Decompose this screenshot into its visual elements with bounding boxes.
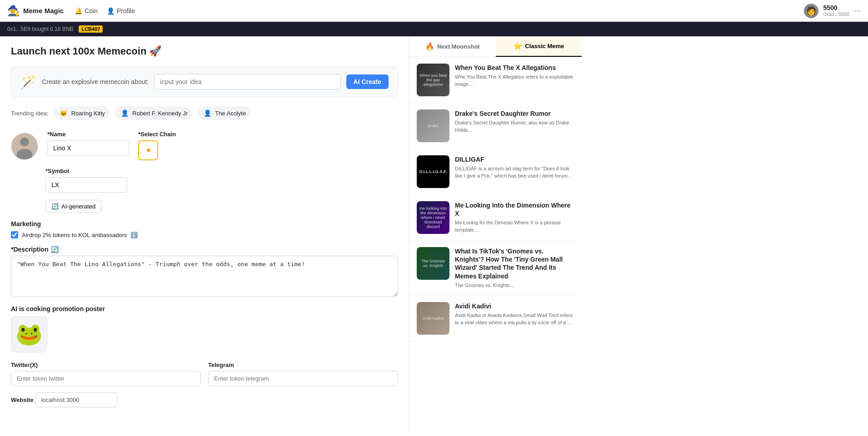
trending-item-acolyte[interactable]: 👤 The Acolyte	[198, 106, 250, 120]
ticker-bar: 0x1...5E9 bought 0.18 BNB LCB407	[0, 22, 868, 36]
moonshot-tab-label: Next Moonshot	[437, 43, 480, 50]
poster-preview: 🐸	[11, 316, 47, 352]
meme-info-gnomes: What Is TikTok's 'Gnomes vs. Knights'? H…	[455, 247, 574, 289]
ai-gen-icon: 🔄	[51, 203, 59, 210]
ticker-badge: LCB407	[79, 25, 103, 33]
main-layout: Launch next 100x Memecoin 🚀 🪄 Create an …	[0, 36, 868, 434]
twitter-input[interactable]	[11, 371, 201, 386]
trending-name-roaring-kitty: Roaring Kitty	[71, 110, 105, 117]
meme-item-drake[interactable]: Drake Drake's Secret Daughter Rumor Drak…	[409, 103, 582, 149]
create-card-icon: 🪄	[20, 74, 36, 89]
desc-label-text: *Description	[11, 246, 48, 253]
website-input[interactable]	[35, 392, 117, 407]
more-button[interactable]: ···	[854, 6, 861, 15]
ai-generated-button[interactable]: 🔄 AI-generated	[45, 200, 101, 213]
navbar: 🧙 Meme Magic 🔔 Coin 👤 Profile 🧑 5500 0xa…	[0, 0, 868, 22]
desc-label-row: *Description 🔄	[11, 246, 398, 253]
svg-point-1	[20, 138, 29, 146]
page-title: Launch next 100x Memecoin 🚀	[11, 45, 398, 57]
chain-button[interactable]: 🔸	[138, 140, 158, 160]
symbol-group: *Symbol	[45, 168, 127, 193]
name-label: *Name	[47, 131, 129, 138]
twitter-label: Twitter(X)	[11, 362, 201, 368]
user-info: 5500 0xad...5500	[823, 4, 849, 18]
meme-title-gnomes: What Is TikTok's 'Gnomes vs. Knights'? H…	[455, 247, 574, 280]
telegram-input[interactable]	[208, 371, 398, 386]
navbar-nav: 🔔 Coin 👤 Profile	[75, 7, 135, 15]
trending-avatar-acolyte: 👤	[202, 108, 212, 118]
airdrop-label: Airdrop 2% tokens to KOL ambassadors	[22, 232, 127, 238]
coin-image-preview[interactable]	[11, 133, 38, 160]
trending-name-rfk: Robert F. Kennedy Jr	[132, 110, 188, 117]
navbar-right: 🧑 5500 0xad...5500 ···	[804, 4, 861, 18]
name-input[interactable]	[47, 140, 129, 156]
profile-icon: 👤	[107, 7, 115, 15]
form-top-row: *Name *Select Chain 🔸	[11, 131, 398, 160]
info-icon[interactable]: ℹ️	[130, 232, 138, 238]
telegram-group: Telegram	[208, 362, 398, 386]
trending-label: Trending idea:	[11, 110, 49, 117]
profile-nav-item[interactable]: 👤 Profile	[107, 7, 135, 15]
meme-item-dimension[interactable]: me looking into the dimension where i ne…	[409, 195, 582, 241]
right-panel: 🔥 Next Moonshot ⭐ Classic Meme When you …	[409, 36, 582, 434]
twitter-group: Twitter(X)	[11, 362, 201, 386]
symbol-input[interactable]	[45, 177, 127, 193]
user-address: 0xad...5500	[823, 11, 849, 17]
meme-title-allegations: When You Beat The X Allegations	[455, 64, 574, 72]
meme-info-drake: Drake's Secret Daughter Rumor Drake's Se…	[455, 109, 574, 142]
meme-desc-dimension: Me Lookig Ito the Dimesio Where X is a p…	[455, 219, 574, 233]
meme-thumb-gnomes: The Gnomes vs. Knights	[417, 247, 449, 280]
logo-icon: 🧙	[7, 5, 20, 17]
desc-textarea[interactable]: "When You Beat The Lino Allegations" - T…	[11, 256, 398, 297]
tab-next-moonshot[interactable]: 🔥 Next Moonshot	[409, 36, 496, 57]
moonshot-tab-icon: 🔥	[425, 42, 434, 51]
meme-item-dilligaf[interactable]: D.I.L.L.I.G.A.F. DILLIGAF DILLIGAF is a …	[409, 149, 582, 195]
name-group: *Name	[47, 131, 129, 160]
meme-item-gnomes[interactable]: The Gnomes vs. Knights What Is TikTok's …	[409, 241, 582, 296]
meme-item-allegations[interactable]: When you beat the gay allegations When Y…	[409, 57, 582, 103]
classic-tab-icon: ⭐	[513, 42, 522, 50]
airdrop-checkbox-row: Airdrop 2% tokens to KOL ambassadors ℹ️	[11, 231, 398, 238]
profile-label: Profile	[117, 7, 135, 15]
ai-gen-label: AI-generated	[61, 203, 95, 210]
meme-title-drake: Drake's Secret Daughter Rumor	[455, 109, 574, 118]
avatar[interactable]: 🧑	[804, 4, 818, 18]
telegram-label: Telegram	[208, 362, 398, 368]
create-card-label: Create an explosive memecoin about:	[42, 78, 149, 85]
trending-item-roaring-kitty[interactable]: 🐱 Roaring Kitty	[54, 106, 110, 120]
ai-create-button[interactable]: AI Create	[346, 74, 389, 89]
meme-desc-allegations: Whe You Beat The X Allegatios refers to …	[455, 74, 574, 88]
meme-info-dimension: Me Looking Into the Dimension Where X Me…	[455, 201, 574, 234]
user-balance: 5500	[823, 4, 837, 12]
meme-thumb-dilligaf: D.I.L.L.I.G.A.F.	[417, 155, 449, 188]
idea-input[interactable]	[154, 74, 341, 89]
desc-refresh-icon[interactable]: 🔄	[51, 246, 59, 253]
meme-title-dilligaf: DILLIGAF	[455, 155, 574, 164]
trending-item-rfk[interactable]: 👤 Robert F. Kennedy Jr	[115, 106, 192, 120]
meme-desc-kadivi: Avidi Kadivi or Avada Kedavra Small Wad …	[455, 312, 574, 326]
meme-info-dilligaf: DILLIGAF DILLIGAF is a acroym ad slag te…	[455, 155, 574, 188]
meme-info-allegations: When You Beat The X Allegations Whe You …	[455, 64, 574, 96]
trending-row: Trending idea: 🐱 Roaring Kitty 👤 Robert …	[11, 106, 398, 120]
meme-item-kadivi[interactable]: Avidi Kadivi Avidi Kadivi Avidi Kadivi o…	[409, 296, 582, 342]
trending-name-acolyte: The Acolyte	[215, 110, 246, 117]
airdrop-checkbox[interactable]	[11, 231, 18, 238]
meme-list: When you beat the gay allegations When Y…	[409, 57, 582, 342]
symbol-row: *Symbol	[45, 168, 398, 193]
chain-label: *Select Chain	[138, 131, 176, 138]
tab-classic-meme[interactable]: ⭐ Classic Meme	[496, 36, 582, 57]
meme-desc-gnomes: The Gnomes vs. Knights…	[455, 282, 574, 289]
website-label: Website	[11, 396, 34, 403]
meme-info-kadivi: Avidi Kadivi Avidi Kadivi or Avada Kedav…	[455, 302, 574, 335]
app-logo[interactable]: 🧙 Meme Magic	[7, 5, 64, 17]
website-group: Website	[11, 392, 398, 407]
coin-label: Coin	[85, 7, 98, 15]
chain-group: *Select Chain 🔸	[138, 131, 176, 160]
meme-desc-dilligaf: DILLIGAF is a acroym ad slag term for "D…	[455, 165, 574, 179]
coin-preview-svg	[11, 133, 38, 160]
left-panel: Launch next 100x Memecoin 🚀 🪄 Create an …	[0, 36, 409, 434]
right-tabs: 🔥 Next Moonshot ⭐ Classic Meme	[409, 36, 582, 57]
symbol-label: *Symbol	[45, 168, 127, 174]
app-name: Meme Magic	[23, 7, 64, 15]
coin-nav-item[interactable]: 🔔 Coin	[75, 7, 98, 15]
